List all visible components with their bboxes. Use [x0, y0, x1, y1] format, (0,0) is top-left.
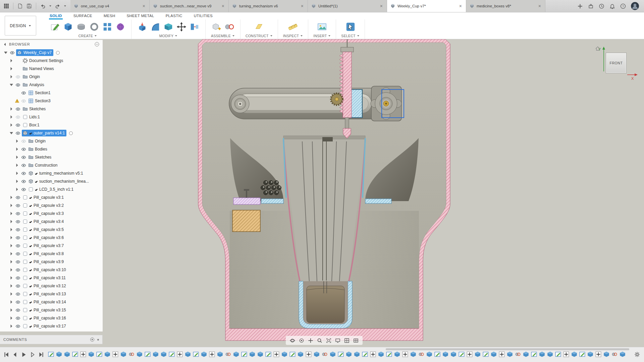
visibility-eye-off-icon[interactable]: [21, 98, 26, 104]
expand-icon[interactable]: [8, 211, 14, 216]
feature-extrude-icon[interactable]: [619, 351, 626, 358]
feature-extrude-icon[interactable]: [354, 351, 360, 358]
browser-tree-row[interactable]: Lids:1: [0, 113, 103, 121]
feature-sketch-icon[interactable]: [362, 351, 368, 358]
feature-extrude-icon[interactable]: [490, 351, 497, 358]
ribbon-group-label[interactable]: INSPECT: [283, 34, 303, 39]
feature-sketch-icon[interactable]: [458, 351, 465, 358]
browser-tree-row[interactable]: Sketches: [0, 153, 103, 161]
skip-to-start-button[interactable]: [3, 352, 9, 358]
comments-panel[interactable]: COMMENTS: [0, 335, 103, 344]
document-tab[interactable]: turning_mechanism v6×: [229, 0, 308, 12]
visibility-eye-icon[interactable]: [15, 299, 21, 305]
feature-sketch-icon[interactable]: [482, 351, 489, 358]
feature-move-icon[interactable]: [273, 351, 280, 358]
feature-move-icon[interactable]: [305, 351, 312, 358]
visibility-eye-icon[interactable]: [15, 251, 21, 256]
visibility-eye-icon[interactable]: [15, 122, 21, 128]
tab-solid[interactable]: SOLID: [49, 14, 63, 19]
chevron-down-icon[interactable]: [64, 5, 66, 7]
expand-icon[interactable]: [14, 179, 20, 184]
browser-tree-row[interactable]: Construction: [0, 161, 103, 169]
browser-tree-row[interactable]: Named Views: [0, 65, 103, 73]
ribbon-group-label[interactable]: MODIFY: [159, 34, 178, 39]
feature-joint-icon[interactable]: [321, 351, 328, 358]
collapse-icon[interactable]: [8, 130, 14, 136]
look-at-icon[interactable]: [299, 338, 304, 343]
tree-item[interactable]: Pill_capsule v3:5: [22, 226, 65, 233]
visibility-eye-icon[interactable]: [15, 195, 21, 200]
feature-extrude-icon[interactable]: [329, 351, 336, 358]
feature-sketch-icon[interactable]: [241, 351, 248, 358]
tree-item[interactable]: Sketches: [22, 106, 47, 112]
revolve-icon[interactable]: [75, 21, 87, 33]
expand-icon[interactable]: [8, 299, 14, 305]
visibility-eye-icon[interactable]: [15, 82, 21, 87]
tab-utilities[interactable]: UTILITIES: [193, 14, 213, 19]
expand-icon[interactable]: [8, 291, 14, 297]
expand-icon[interactable]: [8, 307, 14, 313]
feature-sketch-icon[interactable]: [434, 351, 441, 358]
browser-tree-row[interactable]: Pill_capsule v3:8: [0, 250, 103, 258]
select-cursor-icon[interactable]: [345, 21, 356, 33]
collapse-panel-icon[interactable]: [3, 43, 6, 46]
expand-icon[interactable]: [8, 219, 14, 224]
pinion-gear[interactable]: [331, 93, 343, 106]
feature-sketch-icon[interactable]: [579, 351, 586, 358]
feature-extrude-icon[interactable]: [281, 351, 288, 358]
feature-move-icon[interactable]: [209, 351, 215, 358]
visibility-eye-icon[interactable]: [15, 235, 21, 240]
ribbon-group-label[interactable]: ASSEMBLE: [211, 34, 235, 39]
document-tab[interactable]: suction_mech...near_move v9×: [150, 0, 229, 12]
step-back-button[interactable]: [12, 352, 18, 358]
pattern-icon[interactable]: [102, 21, 113, 33]
skip-to-end-button[interactable]: [38, 352, 44, 358]
construction-plane-icon[interactable]: [253, 21, 265, 33]
shell-icon[interactable]: [163, 21, 174, 33]
feature-joint-icon[interactable]: [418, 351, 425, 358]
collapse-icon[interactable]: [3, 50, 8, 55]
tree-item[interactable]: Pill_capsule v3:8: [22, 250, 65, 257]
expand-icon[interactable]: [8, 243, 14, 248]
feature-extrude-icon[interactable]: [474, 351, 481, 358]
browser-tree-row[interactable]: turning_mechanism v5:1: [0, 169, 103, 177]
feature-extrude-icon[interactable]: [603, 351, 610, 358]
visibility-eye-icon[interactable]: [21, 171, 26, 176]
expand-icon[interactable]: [8, 259, 14, 264]
redo-icon[interactable]: [55, 3, 61, 9]
tree-item[interactable]: Origin: [28, 138, 47, 144]
expand-icon[interactable]: [14, 187, 20, 192]
browser-tree-row[interactable]: Sketches: [0, 105, 103, 113]
feature-sketch-icon[interactable]: [555, 351, 561, 358]
activate-radio[interactable]: [69, 131, 73, 135]
feature-move-icon[interactable]: [498, 351, 505, 358]
visibility-eye-icon[interactable]: [15, 267, 21, 273]
feature-sketch-icon[interactable]: [265, 351, 272, 358]
visibility-eye-icon[interactable]: [21, 90, 26, 96]
fit-icon[interactable]: [326, 338, 331, 343]
expand-icon[interactable]: [8, 106, 14, 112]
expand-icon[interactable]: [8, 203, 14, 208]
extensions-icon[interactable]: [588, 3, 594, 9]
feature-sketch-icon[interactable]: [531, 351, 537, 358]
form-icon[interactable]: [115, 21, 126, 33]
job-status-icon[interactable]: [598, 3, 604, 9]
expand-icon[interactable]: [14, 146, 20, 152]
feature-extrude-icon[interactable]: [297, 351, 304, 358]
feature-extrude-icon[interactable]: [152, 351, 159, 358]
browser-tree-row[interactable]: Pill_capsule v3:7: [0, 242, 103, 250]
visibility-eye-icon[interactable]: [15, 219, 21, 224]
move-icon[interactable]: [176, 21, 187, 33]
tree-item[interactable]: Pill_capsule v3:17: [22, 323, 68, 329]
avatar[interactable]: [631, 2, 639, 10]
tree-item[interactable]: Pill_capsule v3:15: [22, 307, 68, 313]
feature-extrude-icon[interactable]: [539, 351, 545, 358]
feature-move-icon[interactable]: [112, 351, 119, 358]
expand-icon[interactable]: [14, 138, 20, 144]
visibility-eye-icon[interactable]: [15, 227, 21, 232]
zoom-icon[interactable]: [317, 338, 322, 343]
tree-item[interactable]: Origin: [22, 73, 42, 80]
browser-tree-row[interactable]: Pill_capsule v3:6: [0, 234, 103, 242]
timeline-settings-gear-icon[interactable]: [634, 352, 640, 357]
visibility-eye-icon[interactable]: [21, 163, 26, 168]
